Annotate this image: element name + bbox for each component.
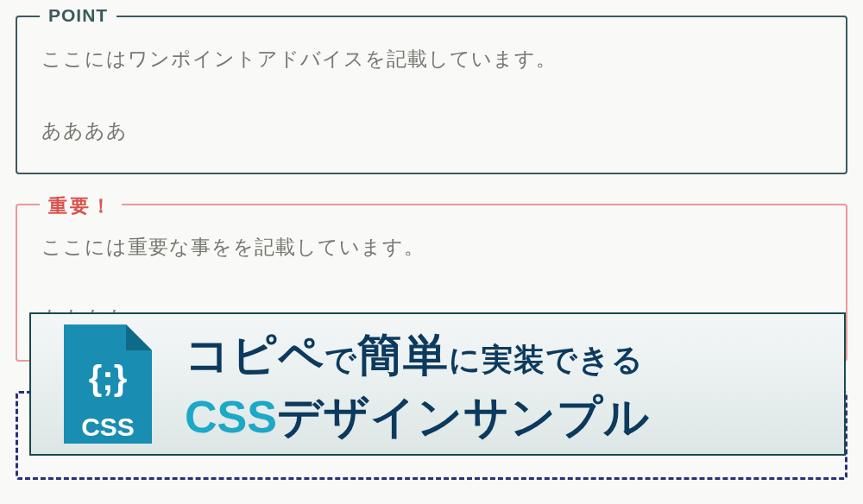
- important-legend: 重要！: [40, 193, 122, 219]
- svg-text:{;}: {;}: [89, 359, 127, 397]
- point-box: POINT ここにはワンポイントアドバイスを記載しています。 ああああ: [16, 16, 847, 174]
- banner-overlay: {;} CSS コピペで簡単に実装できる CSSデザインサンプル: [29, 312, 846, 456]
- banner-line-2: CSSデザインサンプル: [185, 387, 844, 448]
- banner-line-1: コピペで簡単に実装できる: [185, 325, 844, 386]
- css-file-icon: {;} CSS: [31, 324, 185, 444]
- svg-text:CSS: CSS: [81, 413, 135, 441]
- important-text-1: ここには重要な事をを記載しています。: [41, 231, 822, 263]
- point-text-2: ああああ: [41, 115, 822, 147]
- point-text-1: ここにはワンポイントアドバイスを記載しています。: [41, 43, 822, 75]
- point-legend: POINT: [40, 5, 117, 26]
